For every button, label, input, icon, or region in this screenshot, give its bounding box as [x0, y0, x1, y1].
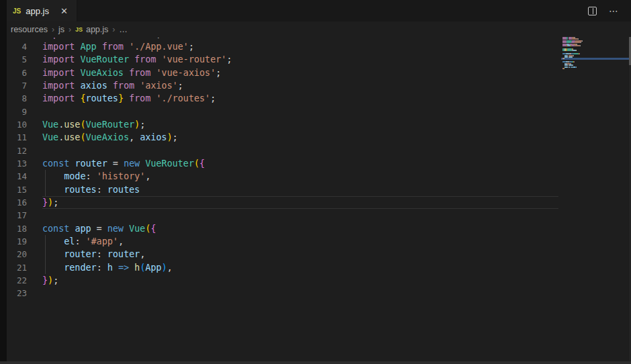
minimap-token	[573, 64, 573, 66]
line-content: router: router,	[42, 248, 145, 261]
line-content: const app = new Vue({	[42, 222, 156, 235]
tab-appjs[interactable]: JS app.js ✕	[7, 0, 77, 21]
line-number[interactable]: 19	[7, 235, 27, 248]
js-file-icon: JS	[13, 7, 21, 15]
line-number[interactable]: 11	[7, 131, 27, 144]
minimap-token	[567, 50, 572, 51]
breadcrumb-item-js[interactable]: js	[57, 25, 66, 34]
minimap-token	[575, 42, 581, 43]
line-number[interactable]: 6	[7, 66, 27, 79]
code-line-7[interactable]: 7import axios from 'axios';	[7, 79, 631, 92]
line-number[interactable]: 5	[7, 53, 27, 66]
line-number[interactable]: 16	[7, 196, 27, 209]
line-number[interactable]: 9	[7, 105, 27, 118]
line-number[interactable]: 17	[7, 209, 27, 222]
code-line-10[interactable]: 10Vue.use(VueRouter);	[7, 118, 631, 131]
line-number[interactable]: 23	[7, 287, 27, 300]
breadcrumb-item-[interactable]: …	[118, 25, 129, 34]
minimap-token	[576, 50, 577, 51]
scrollbar-track	[630, 37, 630, 361]
minimap-token	[564, 68, 564, 69]
breadcrumb-label: resources	[11, 25, 48, 34]
line-number[interactable]: 12	[7, 144, 27, 157]
breadcrumb-label: js	[58, 25, 65, 34]
minimap-current-line	[561, 58, 629, 60]
minimap-token	[574, 61, 575, 62]
minimap-token	[571, 66, 572, 68]
line-content: Vue.use(VueRouter);	[42, 118, 145, 131]
line-content: import axios from 'axios';	[42, 79, 183, 92]
code-line-5[interactable]: 5import VueRouter from 'vue-router';	[7, 53, 631, 66]
minimap-token	[581, 42, 581, 43]
breadcrumb: resources›js›JSapp.js›…	[7, 21, 631, 38]
minimap-token	[573, 55, 574, 56]
line-content: routes: routes	[42, 183, 140, 196]
line-number[interactable]: 4	[7, 40, 27, 53]
line-content: mode: 'history',	[42, 170, 151, 183]
code-line-15[interactable]: 15 routes: routes	[7, 183, 631, 196]
code-line-13[interactable]: 13const router = new VueRouter({	[7, 157, 631, 170]
code-line-9[interactable]: 9	[7, 105, 631, 118]
line-content: import {routes} from './routes';	[42, 92, 216, 105]
code-lines: 3import Vue from 'vue';4import App from …	[7, 38, 631, 300]
minimap-token	[579, 53, 580, 54]
minimap-token	[566, 42, 571, 43]
code-line-22[interactable]: 22});	[7, 274, 631, 287]
window-left-edge	[0, 0, 7, 364]
js-file-icon: JS	[75, 26, 83, 33]
code-line-23[interactable]: 23	[7, 287, 631, 300]
line-number[interactable]: 15	[7, 183, 27, 196]
code-line-21[interactable]: 21 render: h => h(App),	[7, 261, 631, 274]
code-line-4[interactable]: 4import App from './App.vue';	[7, 40, 631, 53]
line-number[interactable]: 10	[7, 118, 27, 131]
minimap[interactable]	[561, 37, 629, 118]
line-number[interactable]: 7	[7, 79, 27, 92]
editor[interactable]: 3import Vue from 'vue';4import App from …	[7, 38, 631, 361]
minimap-token	[582, 40, 583, 42]
line-number[interactable]: 14	[7, 170, 27, 183]
minimap-token	[573, 50, 575, 51]
line-content: const router = new VueRouter({	[42, 157, 205, 170]
breadcrumb-item-resources[interactable]: resources	[9, 25, 49, 34]
code-line-20[interactable]: 20 router: router,	[7, 248, 631, 261]
line-content: import VueAxios from 'vue-axios';	[42, 66, 221, 79]
more-actions-icon[interactable]: ⋯	[609, 5, 619, 16]
minimap-token	[580, 45, 581, 46]
vscode-window: JS app.js ✕ ⋯ resources›js›JSapp.js›… 3i…	[0, 0, 631, 364]
code-line-14[interactable]: 14 mode: 'history',	[7, 170, 631, 183]
minimap-token	[573, 53, 579, 54]
close-icon[interactable]: ✕	[58, 6, 70, 16]
line-number[interactable]: 18	[7, 222, 27, 235]
line-content: import App from './App.vue';	[42, 40, 194, 53]
code-line-19[interactable]: 19 el: '#app',	[7, 235, 631, 248]
line-number[interactable]: 22	[7, 274, 27, 287]
line-number[interactable]: 8	[7, 92, 27, 105]
breadcrumb-label: app.js	[86, 25, 108, 34]
breadcrumb-separator: ›	[49, 25, 57, 34]
code-line-17[interactable]: 17	[7, 209, 631, 222]
line-number[interactable]: 21	[7, 261, 27, 274]
line-number[interactable]: 20	[7, 248, 27, 261]
code-line-16[interactable]: 16});	[7, 196, 631, 209]
minimap-token	[564, 64, 568, 66]
split-editor-icon[interactable]	[588, 7, 597, 15]
code-line-11[interactable]: 11Vue.use(VueAxios, axios);	[7, 131, 631, 144]
line-content: render: h => h(App),	[42, 261, 173, 274]
code-line-18[interactable]: 18const app = new Vue({	[7, 222, 631, 235]
line-content: el: '#app',	[42, 235, 124, 248]
line-content: });	[42, 274, 58, 287]
line-number[interactable]: 13	[7, 157, 27, 170]
breadcrumb-label: …	[119, 25, 128, 34]
code-line-12[interactable]: 12	[7, 144, 631, 157]
breadcrumb-separator: ›	[66, 25, 74, 34]
breadcrumb-item-app.js[interactable]: JSapp.js	[74, 25, 110, 34]
line-content: Vue.use(VueAxios, axios);	[42, 131, 178, 144]
line-content: });	[42, 196, 58, 209]
current-line-highlight	[42, 196, 558, 209]
minimap-token	[564, 66, 568, 68]
line-content: import VueRouter from 'vue-router';	[42, 53, 232, 66]
code-line-6[interactable]: 6import VueAxios from 'vue-axios';	[7, 66, 631, 79]
tab-label: app.js	[26, 6, 54, 16]
code-line-8[interactable]: 8import {routes} from './routes';	[7, 92, 631, 105]
horizontal-scrollbar[interactable]	[0, 361, 631, 364]
